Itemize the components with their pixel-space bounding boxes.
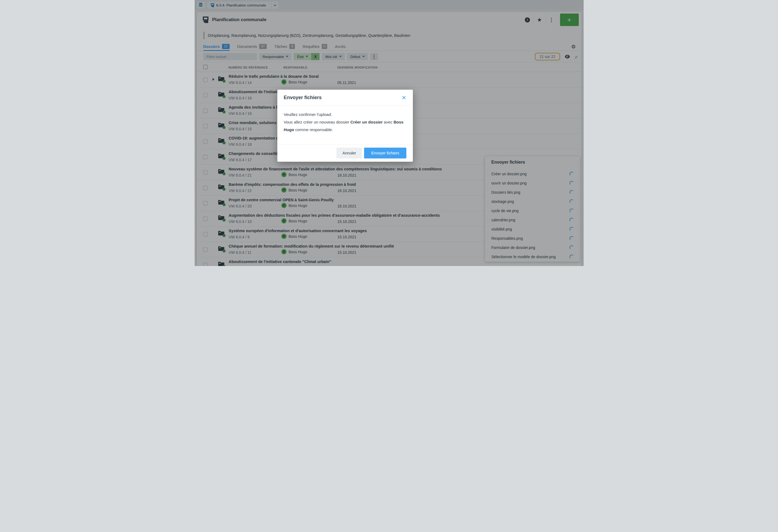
close-icon: ✕	[401, 95, 406, 101]
new-folder-name: Créer un dossier	[350, 120, 383, 124]
dialog-close-button[interactable]: ✕	[401, 94, 407, 101]
dialog-footer: Annuler Envoyer fichiers	[277, 145, 413, 162]
dialog-body: Veuillez confirmer l'upload: Vous allez …	[277, 105, 413, 145]
upload-confirm-dialog: Envoyer fichiers ✕ Veuillez confirmer l'…	[277, 90, 413, 162]
dialog-title: Envoyer fichiers	[284, 95, 322, 100]
confirm-instruction: Veuillez confirmer l'upload:	[284, 111, 406, 118]
app-window: 6.0.4. Planification communale Planifica…	[194, 0, 584, 266]
confirm-detail: Vous allez créer un nouveau dossier Crée…	[284, 118, 406, 134]
cancel-button[interactable]: Annuler	[336, 148, 362, 159]
confirm-upload-button[interactable]: Envoyer fichiers	[364, 148, 406, 159]
